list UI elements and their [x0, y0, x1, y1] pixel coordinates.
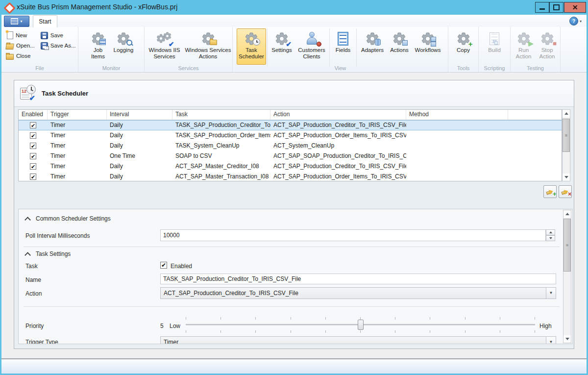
table-row[interactable]: ✔TimerOne TimeSOAP to CSVACT_SAP_SOAP_Pr… — [19, 151, 562, 161]
settings-scrollbar[interactable]: ≡ — [563, 210, 571, 343]
table-row[interactable]: ✔TimerDailyTASK_System_CleanUpACT_System… — [19, 141, 562, 151]
settings-button[interactable]: ✔ Settings — [269, 28, 295, 65]
table-row[interactable]: ✔TimerDailyTASK_SAP_Production_Order_Ite… — [19, 130, 562, 141]
spinner-down-button[interactable] — [546, 235, 555, 241]
group-label-services: Services — [145, 65, 232, 71]
priority-slider[interactable] — [186, 317, 535, 333]
windows-services-actions-button[interactable]: Windows Services Actions — [184, 28, 232, 65]
minimize-button[interactable] — [535, 2, 549, 13]
help-button[interactable]: ? — [569, 17, 578, 25]
priority-value: 5 — [160, 323, 164, 329]
trigger-type-combo[interactable]: Timer ▼ — [160, 336, 556, 344]
table-scrollbar[interactable]: ≡ — [562, 109, 570, 181]
combo-dropdown-button[interactable]: ▼ — [546, 337, 556, 344]
new-document-icon — [7, 31, 13, 39]
column-header-enabled[interactable]: Enabled — [19, 110, 48, 120]
table-row[interactable]: ✔TimerDailyTASK_SAP_Production_Creditor_… — [19, 120, 562, 130]
cell-action: ACT_SAP_Production_Order_Items_To_IRIS_C… — [270, 172, 406, 182]
spinner-up-button[interactable] — [546, 229, 555, 235]
task-enabled-checkbox[interactable]: ✔ — [160, 262, 167, 269]
copy-gear-icon: + — [455, 30, 472, 47]
task-name-input[interactable] — [160, 274, 556, 284]
actions-button[interactable]: Actions — [387, 28, 412, 65]
column-header-trigger[interactable]: Trigger — [48, 110, 107, 120]
scrollbar-thumb[interactable]: ≡ — [563, 119, 570, 152]
column-header-action[interactable]: Action — [270, 110, 406, 120]
table-row[interactable]: ✔TimerDailyACT_SAP_Master_Transaction_I0… — [19, 172, 562, 182]
cell-method — [406, 130, 508, 141]
column-header-task[interactable]: Task — [172, 110, 270, 120]
cell-interval: Daily — [107, 161, 172, 172]
cell-filler — [508, 141, 562, 151]
cell-trigger: Timer — [48, 130, 107, 141]
task-settings-header[interactable]: Task Settings — [25, 250, 71, 257]
ribbon-group-view: Task Scheduler ✔ Settings Customers Clie… — [233, 27, 448, 72]
close-project-button[interactable]: Close — [4, 51, 36, 60]
cell-method — [406, 151, 508, 161]
windows-iis-services-button[interactable]: ✔ Windows IIS Services — [145, 28, 184, 65]
row-enabled-checkbox[interactable]: ✔ — [30, 174, 36, 180]
row-enabled-checkbox[interactable]: ✔ — [30, 143, 36, 149]
logging-button[interactable]: Logging — [110, 28, 137, 65]
priority-high-label: High — [539, 323, 552, 329]
iis-services-gears-icon: ✔ — [156, 30, 173, 47]
tab-start[interactable]: Start — [33, 15, 57, 27]
run-action-gear-icon: ▶ — [515, 30, 533, 47]
poll-interval-label: Poll Interval Milliseconds — [25, 232, 90, 239]
row-enabled-checkbox[interactable]: ✔ — [30, 153, 36, 159]
cell-filler — [508, 172, 562, 182]
window-frame — [0, 0, 1, 375]
fields-button[interactable]: Fields — [331, 28, 355, 65]
workflows-button[interactable]: Workflows — [412, 28, 444, 65]
run-action-button[interactable]: ▶ Run Action — [512, 28, 536, 65]
combo-dropdown-button[interactable]: ▼ — [546, 288, 556, 299]
help-chevron-icon[interactable]: ▾ — [580, 19, 582, 24]
scroll-down-button[interactable] — [564, 335, 571, 343]
row-enabled-checkbox[interactable]: ✔ — [30, 122, 36, 128]
column-header-method[interactable]: Method — [406, 110, 508, 120]
add-task-button[interactable]: + — [543, 185, 557, 198]
job-items-button[interactable]: Job Items — [86, 28, 110, 65]
row-enabled-checkbox[interactable]: ✔ — [30, 132, 36, 139]
collapse-chevron-icon — [24, 217, 31, 223]
remove-task-button[interactable]: × — [559, 185, 572, 198]
settings-gear-icon: ✔ — [273, 30, 291, 47]
adapters-button[interactable]: Adapters — [358, 28, 387, 65]
job-items-gear-icon — [89, 30, 107, 47]
close-button[interactable]: ✕ — [564, 2, 586, 13]
poll-interval-input[interactable] — [160, 229, 546, 241]
scroll-up-button[interactable] — [564, 210, 571, 218]
scroll-up-button[interactable] — [563, 110, 570, 117]
scroll-down-button[interactable] — [563, 174, 570, 181]
poll-interval-spinner — [546, 229, 555, 241]
scrollbar-thumb[interactable]: ≡ — [564, 219, 571, 272]
build-button[interactable]: Build — [483, 28, 506, 65]
task-scheduler-calendar-icon: ✔ — [20, 85, 36, 100]
column-header-interval[interactable]: Interval — [107, 110, 172, 120]
action-combo[interactable]: ACT_SAP_Production_Creditor_To_IRIS_CSV_… — [160, 287, 556, 299]
task-scheduler-button[interactable]: Task Scheduler — [237, 28, 266, 65]
action-label: Action — [25, 290, 42, 297]
save-as-button[interactable]: Save As... — [39, 41, 77, 50]
slider-thumb[interactable] — [358, 320, 364, 330]
cell-enabled: ✔ — [19, 120, 48, 130]
cell-action: ACT_System_CleanUp — [270, 141, 406, 151]
cell-enabled: ✔ — [19, 172, 48, 182]
maximize-button[interactable] — [549, 2, 564, 13]
copy-button[interactable]: + Copy — [452, 28, 475, 65]
task-scheduler-panel: ✔ Task Scheduler EnabledTriggerIntervalT… — [14, 80, 574, 349]
cell-action: ACT_SAP_Production_Creditor_To_IRIS_CSV_… — [270, 161, 406, 172]
stop-action-button[interactable]: ■ Stop Action — [536, 28, 559, 65]
save-button[interactable]: Save — [39, 30, 77, 40]
common-scheduler-settings-header[interactable]: Common Scheduler Settings — [25, 215, 111, 222]
group-label-scripting: Scripting — [479, 65, 510, 71]
priority-label: Priority — [25, 323, 44, 329]
save-as-icon — [41, 42, 48, 50]
application-menu-button[interactable]: ▾ — [4, 16, 29, 27]
customers-clients-button[interactable]: Customers Clients — [295, 28, 328, 65]
row-enabled-checkbox[interactable]: ✔ — [30, 163, 36, 170]
table-row[interactable]: ✔TimerDailyACT_SAP_Master_Creditor_I08AC… — [19, 161, 562, 172]
cell-task: TASK_SAP_Production_Creditor_To_ — [172, 120, 270, 130]
open-button[interactable]: Open... — [4, 41, 36, 50]
new-button[interactable]: New — [4, 30, 36, 40]
